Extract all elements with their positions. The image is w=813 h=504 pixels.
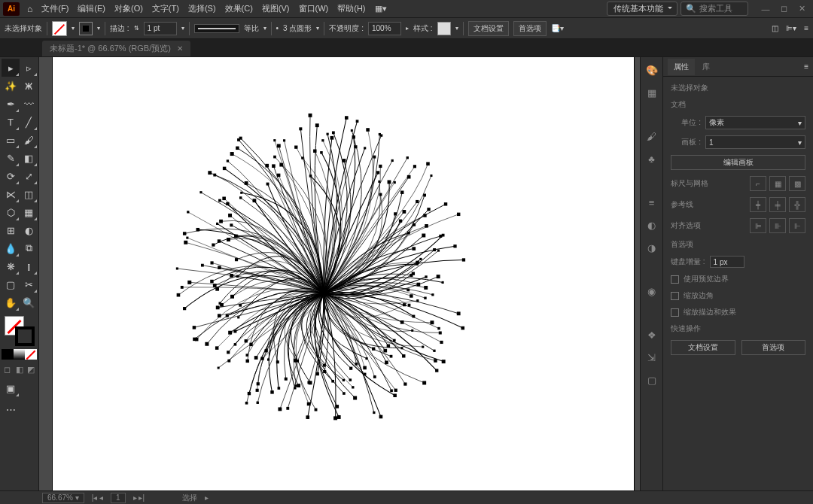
fill-swatch[interactable] [52, 21, 67, 36]
chk-preview-bounds[interactable]: 使用预览边界 [671, 274, 805, 284]
panel-dock-icon[interactable]: ◫ [772, 24, 778, 32]
slice-tool[interactable]: ✂ [20, 275, 38, 293]
color-gradient[interactable] [14, 349, 26, 360]
home-icon[interactable]: ⌂ [27, 4, 32, 14]
style-swatch[interactable] [437, 22, 451, 35]
artboard-tool[interactable]: ▢ [2, 275, 20, 293]
fill-stroke-indicator[interactable] [2, 316, 37, 346]
document-tab[interactable]: 未标题-1* @ 66.67% (RGB/预览) ✕ [42, 41, 190, 56]
chevron-right-icon[interactable]: ▸ [406, 25, 409, 32]
edit-toolbar-button[interactable]: ⋯ [2, 400, 20, 418]
free-transform-tool[interactable]: ◫ [20, 185, 38, 203]
stroke-indicator[interactable] [15, 326, 35, 346]
eraser-tool[interactable]: ◧ [20, 149, 38, 167]
prefs-button[interactable]: 首选项 [513, 21, 547, 36]
stroke-swatch[interactable] [79, 22, 93, 35]
snap-grid-icon[interactable]: ⊩ [789, 218, 805, 233]
chevron-down-icon[interactable]: ▾ [181, 25, 184, 32]
menu-help[interactable]: 帮助(H) [333, 0, 370, 17]
menu-effect[interactable]: 效果(C) [221, 0, 257, 17]
symbol-sprayer-tool[interactable]: ❋ [2, 257, 20, 275]
zoom-field[interactable]: 66.67% ▾ [42, 493, 84, 503]
color-solid[interactable] [2, 349, 14, 360]
scale-tool[interactable]: ⤢ [20, 167, 38, 185]
magic-wand-tool[interactable]: ✨ [2, 77, 20, 95]
layers-panel-icon[interactable]: ❖ [644, 326, 660, 343]
draw-inside[interactable]: ◩ [25, 363, 37, 376]
eyedropper-tool[interactable]: 💧 [2, 239, 20, 257]
menu-file[interactable]: 文件(F) [37, 0, 73, 17]
tab-libraries[interactable]: 库 [696, 59, 716, 75]
chevron-right-icon[interactable]: ▸ [205, 493, 209, 502]
menu-type[interactable]: 文字(T) [148, 0, 184, 17]
rectangle-tool[interactable]: ▭ [2, 131, 20, 149]
draw-behind[interactable]: ◧ [14, 363, 26, 376]
column-graph-tool[interactable]: ⫿ [20, 257, 38, 275]
menu-window[interactable]: 窗口(W) [294, 0, 333, 17]
window-minimize[interactable]: — [757, 3, 774, 15]
panel-menu-icon[interactable]: ≡ [804, 24, 808, 32]
arrange-docs-icon[interactable]: ▦▾ [370, 0, 391, 17]
artboards-panel-icon[interactable]: ▢ [644, 372, 660, 388]
canvas-area[interactable] [39, 57, 640, 490]
hand-tool[interactable]: ✋ [2, 293, 20, 311]
grid-icon[interactable]: ▦ [769, 176, 786, 191]
transparency-grid-icon[interactable]: ▩ [789, 176, 805, 191]
smart-guides-icon[interactable]: ╬ [789, 197, 805, 212]
chk-scale-strokes[interactable]: 缩放描边和效果 [671, 307, 805, 317]
gradient-panel-icon[interactable]: ◐ [644, 217, 660, 233]
chevron-down-icon[interactable]: ▾ [263, 25, 266, 32]
direct-selection-tool[interactable]: ▹ [20, 59, 38, 77]
snap-point-icon[interactable]: ⊪ [769, 218, 786, 233]
snap-pixel-icon[interactable]: ⊫ [750, 218, 766, 233]
tab-properties[interactable]: 属性 [668, 59, 695, 75]
color-panel-icon[interactable]: 🎨 [644, 62, 660, 78]
prefs-button[interactable]: 首选项 [741, 340, 806, 355]
rotate-tool[interactable]: ⟳ [2, 167, 20, 185]
chevron-down-icon[interactable]: ▾ [97, 25, 100, 32]
color-none[interactable] [25, 349, 37, 360]
ruler-icon[interactable]: ⌐ [750, 176, 766, 191]
zoom-tool[interactable]: 🔍 [20, 293, 38, 311]
paintbrush-tool[interactable]: 🖌 [20, 131, 38, 149]
menu-edit[interactable]: 编辑(E) [73, 0, 110, 17]
unit-dropdown[interactable]: 像素▾ [705, 116, 805, 129]
close-tab-icon[interactable]: ✕ [177, 44, 183, 53]
doc-setup-button[interactable]: 文档设置 [468, 21, 509, 36]
edit-artboard-button[interactable]: 编辑画板 [671, 155, 805, 170]
blend-tool[interactable]: ⧉ [20, 239, 38, 257]
menu-select[interactable]: 选择(S) [184, 0, 221, 17]
chevron-down-icon[interactable]: ▾ [316, 25, 319, 32]
artboard-nav-field[interactable]: 1 [111, 493, 126, 503]
asset-export-panel-icon[interactable]: ⇲ [644, 349, 660, 366]
artboard-nav-next-icon[interactable]: ▸ ▸| [133, 493, 145, 502]
window-maximize[interactable]: ◻ [775, 3, 792, 15]
selection-tool[interactable]: ▸ [2, 59, 20, 77]
key-increment-input[interactable] [710, 256, 744, 268]
type-tool[interactable]: T [2, 113, 20, 131]
shape-builder-tool[interactable]: ⬡ [2, 203, 20, 221]
pen-tool[interactable]: ✒ [2, 95, 20, 113]
panel-menu-icon[interactable]: ≡ [804, 62, 808, 71]
stroke-panel-icon[interactable]: ≡ [644, 194, 660, 211]
window-close[interactable]: ✕ [793, 3, 810, 15]
transparency-panel-icon[interactable]: ◑ [644, 239, 660, 256]
artboard-dropdown[interactable]: 1▾ [705, 135, 805, 149]
mesh-tool[interactable]: ⊞ [2, 221, 20, 239]
curvature-tool[interactable]: 〰 [20, 95, 38, 113]
screen-mode-tool[interactable]: ▣ [2, 379, 20, 397]
opacity-input[interactable] [368, 22, 401, 35]
artboard[interactable] [53, 57, 634, 490]
guides-lock-icon[interactable]: ╪ [769, 197, 786, 212]
chk-scale-corners[interactable]: 缩放边角 [671, 290, 805, 301]
line-tool[interactable]: ╱ [20, 113, 38, 131]
perspective-grid-tool[interactable]: ▦ [20, 203, 38, 221]
lasso-tool[interactable]: ⵥ [20, 77, 38, 95]
menu-object[interactable]: 对象(O) [110, 0, 148, 17]
shaper-tool[interactable]: ✎ [2, 149, 20, 167]
symbols-panel-icon[interactable]: ♣ [644, 150, 660, 167]
chevron-down-icon[interactable]: ▾ [455, 25, 458, 32]
swatches-panel-icon[interactable]: ▦ [644, 84, 660, 101]
brushes-panel-icon[interactable]: 🖌 [644, 128, 660, 144]
align-options-icon[interactable]: 📑▾ [551, 24, 564, 32]
